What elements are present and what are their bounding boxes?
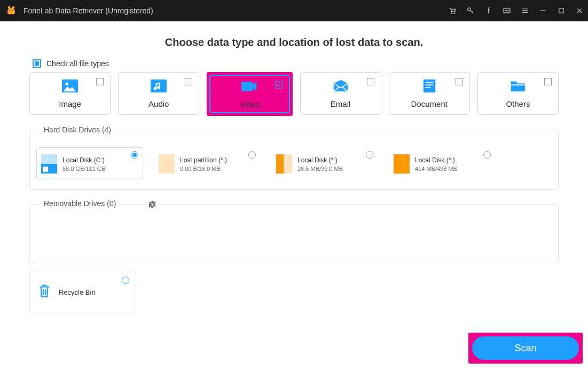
drive-c[interactable]: Local Disk (C:) 58.0 GB/111 GB [36, 147, 143, 179]
drives-row: Local Disk (C:) 58.0 GB/111 GB Lost part… [36, 147, 552, 179]
svg-point-8 [505, 10, 506, 11]
video-icon [241, 80, 257, 96]
page-title: Choose data type and location of lost da… [29, 36, 559, 49]
app-logo-icon [4, 4, 18, 18]
type-label: Others [506, 99, 530, 108]
svg-rect-16 [424, 79, 436, 92]
app-title: FoneLab Data Retriever (Unregistered) [23, 6, 448, 15]
check-all-checkbox[interactable] [33, 59, 41, 68]
drive-local-3[interactable]: Local Disk (*:) 414 MB/498 MB [389, 147, 496, 179]
type-video[interactable]: ✓ Video [209, 75, 289, 113]
type-label: Email [331, 99, 351, 108]
type-audio-checkbox[interactable] [185, 78, 192, 85]
drive-name: Local Disk (*:) [415, 156, 457, 164]
key-icon[interactable] [466, 6, 475, 15]
svg-rect-14 [151, 79, 167, 92]
hdd-section: Hard Disk Drives (4) Local Disk (C:) 58.… [29, 131, 559, 190]
type-others[interactable]: Others [477, 72, 559, 115]
recycle-bin[interactable]: Recycle Bin [29, 271, 136, 313]
drive-local-3-radio[interactable] [483, 151, 491, 159]
maximize-icon[interactable] [557, 6, 566, 15]
svg-point-4 [451, 13, 452, 14]
folder-icon [510, 79, 526, 95]
drive-size: 414 MB/498 MB [415, 166, 457, 172]
recycle-radio[interactable] [122, 277, 129, 284]
svg-point-13 [66, 82, 69, 85]
image-icon [62, 79, 78, 95]
drive-icon [276, 154, 292, 174]
svg-point-1 [12, 6, 15, 9]
refresh-icon[interactable] [145, 200, 160, 211]
svg-point-6 [468, 8, 471, 11]
svg-rect-19 [425, 86, 430, 88]
minimize-icon[interactable] [539, 6, 547, 15]
type-audio[interactable]: Audio [118, 72, 199, 115]
feedback-icon[interactable] [503, 6, 511, 15]
drive-c-radio[interactable] [131, 151, 138, 159]
type-label: Document [411, 99, 448, 108]
trash-icon [37, 283, 51, 301]
svg-point-5 [454, 13, 455, 14]
menu-icon[interactable] [521, 6, 529, 15]
drive-name: Local Disk (C:) [62, 156, 106, 164]
svg-rect-18 [425, 84, 433, 85]
type-others-checkbox[interactable] [544, 78, 552, 85]
type-label: Audio [148, 99, 169, 108]
type-email[interactable]: Email [300, 72, 381, 115]
scan-button[interactable]: Scan [472, 336, 579, 360]
svg-point-10 [508, 10, 508, 11]
drive-local-2-radio[interactable] [366, 151, 373, 159]
drive-local-2[interactable]: Local Disk (*:) 26.5 MB/96.0 MB [271, 147, 378, 179]
recycle-label: Recycle Bin [59, 288, 96, 296]
type-image-checkbox[interactable] [96, 78, 104, 85]
drive-icon [159, 154, 175, 174]
check-all-label: Check all file types [46, 59, 109, 68]
type-document-checkbox[interactable] [456, 78, 463, 85]
hdd-legend: Hard Disk Drives (4) [40, 125, 115, 134]
titlebar-actions: f [448, 6, 584, 15]
type-document[interactable]: Document [389, 72, 470, 115]
removable-section: Removable Drives (0) [29, 204, 559, 263]
drive-lost[interactable]: Lost partition (*:) 0.00 B/16.0 MB [154, 147, 261, 179]
drive-name: Lost partition (*:) [180, 156, 227, 164]
cart-icon[interactable] [448, 6, 457, 15]
titlebar: FoneLab Data Retriever (Unregistered) f [0, 0, 588, 21]
removable-legend: Removable Drives (0) [40, 199, 120, 208]
main-content: Choose data type and location of lost da… [0, 21, 588, 313]
drive-size: 58.0 GB/111 GB [62, 166, 106, 172]
audio-icon [151, 79, 167, 95]
type-label: Image [59, 99, 81, 108]
drive-icon [394, 154, 410, 174]
email-icon [333, 79, 349, 95]
type-label: Video [239, 100, 260, 109]
type-video-highlight: ✓ Video [207, 72, 292, 116]
drive-lost-radio[interactable] [248, 151, 256, 159]
svg-rect-17 [425, 82, 433, 83]
svg-point-3 [12, 10, 13, 11]
drive-name: Local Disk (*:) [297, 156, 343, 164]
drive-size: 0.00 B/16.0 MB [180, 166, 227, 172]
svg-point-0 [8, 6, 11, 9]
facebook-icon[interactable]: f [484, 6, 493, 15]
type-video-checkbox[interactable]: ✓ [275, 81, 283, 89]
svg-point-9 [506, 10, 507, 11]
svg-rect-11 [559, 9, 563, 13]
drive-size: 26.5 MB/96.0 MB [297, 166, 343, 172]
type-image[interactable]: Image [29, 72, 111, 115]
file-type-row: Image Audio ✓ Video Email Document [29, 72, 559, 116]
svg-rect-15 [241, 82, 253, 91]
check-all-row[interactable]: Check all file types [33, 59, 559, 68]
type-email-checkbox[interactable] [367, 78, 374, 85]
svg-rect-20 [511, 84, 525, 85]
windows-drive-icon [41, 154, 57, 174]
scan-highlight: Scan [468, 333, 583, 364]
close-icon[interactable] [575, 6, 584, 15]
svg-point-2 [9, 10, 10, 11]
document-icon [421, 79, 437, 95]
